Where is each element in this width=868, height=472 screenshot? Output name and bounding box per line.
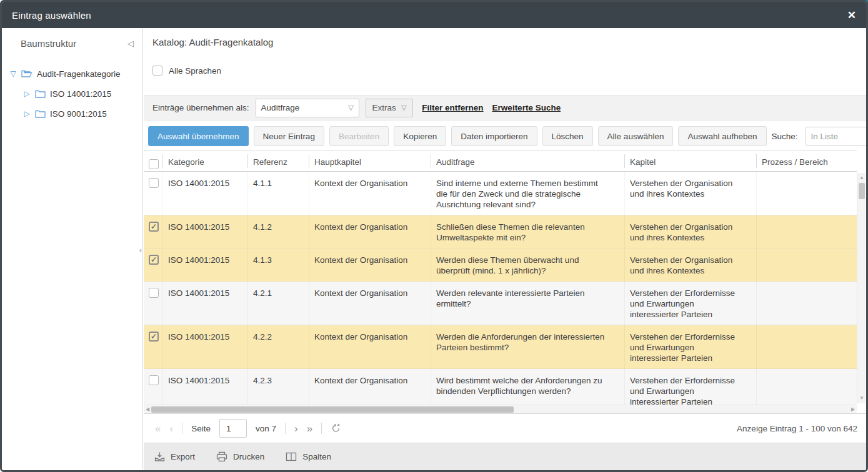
horizontal-scrollbar[interactable]: ◀ ▶ (144, 405, 857, 413)
divider (285, 423, 286, 434)
new-entry-button[interactable]: Neuer Eintrag (254, 126, 324, 146)
table-row[interactable]: ✓ ISO 14001:2015 4.1.2 Kontext der Organ… (144, 215, 857, 248)
cell-kategorie: ISO 14001:2015 (163, 369, 248, 405)
scroll-up-icon[interactable]: ▲ (857, 174, 866, 182)
last-page-icon[interactable]: » (307, 423, 312, 434)
apply-selection-button[interactable]: Auswahl übernehmen (148, 126, 249, 146)
row-checkbox[interactable] (149, 178, 159, 188)
table-body: ISO 14001:2015 4.1.1 Kontext der Organis… (144, 172, 857, 405)
print-button[interactable]: Drucken (216, 451, 264, 462)
vertical-scrollbar[interactable]: ▲ ▼ (857, 173, 866, 403)
copy-button[interactable]: Kopieren (394, 126, 446, 146)
column-header-referenz[interactable]: Referenz (248, 154, 309, 168)
entries-table: Kategorie Referenz Hauptkapitel Auditfra… (144, 150, 857, 405)
page-number-input[interactable] (219, 419, 247, 438)
advanced-search-link[interactable]: Erweiterte Suche (492, 103, 561, 112)
download-icon (154, 451, 165, 462)
cell-auditfrage: Sind interne und externe Themen bestimmt… (431, 172, 625, 215)
tree-node-iso9001[interactable]: ▷ ISO 9001:2015 (2, 104, 142, 124)
extras-button[interactable]: Extras ▽ (366, 99, 414, 117)
extras-label: Extras (372, 103, 396, 112)
splitter-collapse-icon[interactable]: ‹ (139, 245, 142, 255)
cell-auditfrage: Werden relevante interessierte Parteien … (431, 282, 625, 325)
cell-referenz: 4.1.2 (248, 215, 309, 248)
search-label: Suche: (772, 132, 798, 141)
first-page-icon[interactable]: « (155, 423, 161, 434)
cell-hauptkapitel: Kontext der Organisation (309, 282, 431, 325)
cell-kapitel: Verstehen der Erfordernisse und Erwartun… (625, 325, 757, 368)
cell-prozess (757, 172, 857, 215)
column-header-hauptkapitel[interactable]: Hauptkapitel (309, 154, 431, 168)
column-header-kategorie[interactable]: Kategorie (163, 154, 248, 168)
table-row[interactable]: ISO 14001:2015 4.2.1 Kontext der Organis… (144, 282, 857, 325)
column-header-auditfrage[interactable]: Auditfrage (431, 154, 625, 168)
refresh-icon[interactable] (331, 423, 341, 433)
row-checkbox[interactable]: ✓ (149, 332, 159, 342)
table-row[interactable]: ISO 14001:2015 4.2.3 Kontext der Organis… (144, 369, 857, 405)
display-range-status: Anzeige Eintrag 1 - 100 von 642 (737, 424, 857, 433)
edit-button[interactable]: Bearbeiten (329, 126, 389, 146)
column-header-prozess[interactable]: Prozess / Bereich (757, 154, 857, 168)
scroll-right-icon[interactable]: ▶ (849, 405, 857, 414)
next-page-icon[interactable]: › (294, 423, 298, 434)
sidebar-collapse-icon[interactable]: ◁ (127, 39, 134, 48)
table-row[interactable]: ISO 14001:2015 4.1.1 Kontext der Organis… (144, 172, 857, 215)
tree-expander-icon[interactable]: ▷ (23, 89, 31, 98)
page-label: Seite (191, 424, 211, 433)
tree-node-iso14001[interactable]: ▷ ISO 14001:2015 (2, 84, 142, 104)
cell-referenz: 4.2.1 (248, 282, 309, 325)
vertical-scrollbar-thumb[interactable] (859, 183, 865, 199)
cell-kategorie: ISO 14001:2015 (163, 172, 248, 215)
cell-prozess (757, 282, 857, 325)
cell-kapitel: Verstehen der Organisation und ihres Kon… (625, 248, 757, 281)
cell-hauptkapitel: Kontext der Organisation (309, 325, 431, 368)
remove-filter-link[interactable]: Filter entfernen (422, 103, 483, 112)
cell-referenz: 4.2.3 (248, 369, 309, 405)
tree-expander-icon[interactable]: ▽ (9, 69, 17, 78)
select-all-checkbox[interactable] (149, 159, 159, 169)
tree-node-label[interactable]: ISO 14001:2015 (50, 89, 111, 99)
cell-kapitel: Verstehen der Organisation und ihres Kon… (625, 172, 757, 215)
table-row[interactable]: ✓ ISO 14001:2015 4.2.2 Kontext der Organ… (144, 325, 857, 369)
horizontal-scrollbar-thumb[interactable] (151, 406, 514, 413)
search-input[interactable] (811, 132, 868, 141)
row-checkbox[interactable] (149, 288, 159, 298)
prev-page-icon[interactable]: ‹ (169, 423, 173, 434)
cell-prozess (757, 325, 857, 368)
tree-node-root[interactable]: ▽ Audit-Fragenkategorie (2, 64, 142, 84)
delete-button[interactable]: Löschen (542, 126, 593, 146)
all-languages-label: Alle Sprachen (169, 66, 221, 76)
select-all-button[interactable]: Alle auswählen (598, 126, 674, 146)
cell-auditfrage: Wird bestimmt welche der Anforderungen z… (431, 369, 625, 405)
column-header-kapitel[interactable]: Kapitel (625, 154, 757, 168)
table-row[interactable]: ✓ ISO 14001:2015 4.1.3 Kontext der Organ… (144, 248, 857, 282)
close-icon[interactable]: ✕ (847, 10, 856, 21)
row-checkbox[interactable] (149, 375, 159, 385)
dialog-title: Eintrag auswählen (12, 10, 91, 21)
entry-type-select[interactable]: Auditfrage ▽ (256, 99, 359, 117)
row-checkbox[interactable]: ✓ (149, 255, 159, 265)
tree-node-label[interactable]: Audit-Fragenkategorie (37, 69, 121, 79)
row-checkbox[interactable]: ✓ (149, 222, 159, 232)
scroll-down-icon[interactable]: ▼ (857, 395, 866, 402)
cell-prozess (757, 248, 857, 281)
scroll-left-icon[interactable]: ◀ (144, 405, 151, 414)
category-tree: ▽ Audit-Fragenkategorie ▷ ISO 14001:2015… (2, 64, 142, 124)
export-button[interactable]: Export (154, 451, 195, 462)
cell-kategorie: ISO 14001:2015 (163, 325, 248, 368)
deselect-button[interactable]: Auswahl aufheben (678, 126, 766, 146)
cell-kapitel: Verstehen der Erfordernisse und Erwartun… (625, 369, 757, 405)
cell-referenz: 4.1.3 (248, 248, 309, 281)
print-label: Drucken (233, 452, 264, 461)
search-field: ✕ (806, 127, 868, 145)
columns-button[interactable]: Spalten (286, 452, 331, 461)
closed-folder-icon (35, 90, 46, 98)
catalog-title: Katalog: Audit-Fragenkatalog (152, 37, 273, 47)
tree-node-label[interactable]: ISO 9001:2015 (50, 109, 107, 119)
columns-label: Spalten (302, 452, 331, 461)
all-languages-toggle[interactable]: Alle Sprachen (152, 66, 221, 76)
import-data-button[interactable]: Daten importieren (451, 126, 537, 146)
cell-hauptkapitel: Kontext der Organisation (309, 172, 431, 215)
all-languages-checkbox[interactable] (152, 66, 162, 76)
tree-expander-icon[interactable]: ▷ (23, 109, 31, 118)
